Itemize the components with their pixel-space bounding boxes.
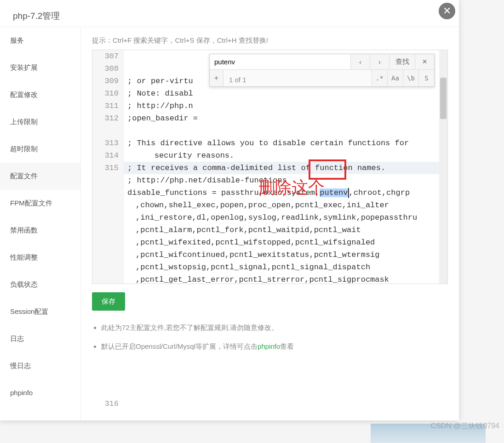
code-line[interactable] <box>127 125 439 137</box>
find-selection-toggle[interactable]: S <box>418 70 434 86</box>
code-line[interactable]: ,pcntl_get_last_error,pcntl_strerror,pcn… <box>127 273 439 284</box>
editor-hint: 提示：Ctrl+F 搜索关键字，Ctrl+S 保存，Ctrl+H 查找替换! <box>92 36 448 45</box>
notes-list: 此处为72主配置文件,若您不了解配置规则,请勿随意修改。 默认已开启Openss… <box>92 323 448 360</box>
sidebar: 服务安装扩展配置修改上传限制超时限制配置文件FPM配置文件禁用函数性能调整负载状… <box>0 27 81 420</box>
sidebar-item-7[interactable]: 禁用函数 <box>0 217 80 244</box>
code-line[interactable]: ,pcntl_wifexited,pcntl_wifstopped,pcntl_… <box>127 236 439 249</box>
note-text: 查看 <box>280 342 294 350</box>
modal-body: 服务安装扩展配置修改上传限制超时限制配置文件FPM配置文件禁用函数性能调整负载状… <box>0 27 459 420</box>
find-case-toggle[interactable]: Aa <box>387 70 403 86</box>
note-text: 默认已开启Openssl/Curl/Mysql等扩展，详情可点击 <box>101 342 258 350</box>
code-line[interactable]: ,pcntl_wstopsig,pcntl_signal,pcntl_signa… <box>127 261 439 273</box>
find-panel: ‹ › 查找 × + 1 of 1 .* Aa \b S <box>209 54 435 87</box>
sidebar-item-2[interactable]: 配置修改 <box>0 81 80 108</box>
find-word-toggle[interactable]: \b <box>403 70 418 86</box>
sidebar-item-8[interactable]: 性能调整 <box>0 244 80 271</box>
sidebar-item-3[interactable]: 上传限制 <box>0 108 80 136</box>
modal-title: php-7.2管理 <box>0 0 459 27</box>
code-line[interactable]: ; Note: disabl <box>127 87 439 100</box>
code-line[interactable]: ,pcntl_wifcontinued,pcntl_wexitstatus,pc… <box>127 249 439 261</box>
phpinfo-link[interactable]: phpinfo <box>258 342 280 350</box>
find-expand-button[interactable]: + <box>210 70 223 86</box>
code-line[interactable]: ; It receives a comma-delimited list of … <box>127 162 439 174</box>
find-regex-toggle[interactable]: .* <box>372 70 387 86</box>
content-pane: 提示：Ctrl+F 搜索关键字，Ctrl+S 保存，Ctrl+H 查找替换! 3… <box>81 27 459 420</box>
find-next-button[interactable]: › <box>370 54 389 69</box>
find-row-main: ‹ › 查找 × <box>210 54 434 70</box>
sidebar-item-5[interactable]: 配置文件 <box>0 163 80 190</box>
sidebar-item-12[interactable]: 慢日志 <box>0 352 80 380</box>
find-prev-button[interactable]: ‹ <box>350 54 370 69</box>
code-line[interactable]: security reasons. <box>127 149 439 162</box>
code-line[interactable]: ; This directive allows you to disable c… <box>127 137 439 149</box>
find-count: 1 of 1 <box>223 70 372 86</box>
code-line[interactable]: ; http://php.n <box>127 100 439 112</box>
code-line[interactable]: ,ini_restore,dl,openlog,syslog,readlink,… <box>127 211 439 224</box>
code-line[interactable]: ,pcntl_alarm,pcntl_fork,pcntl_waitpid,pc… <box>127 224 439 236</box>
sidebar-item-13[interactable]: phpinfo <box>0 380 80 406</box>
find-input[interactable] <box>210 54 350 69</box>
code-editor[interactable]: 307308309310311312313314315316 ; or per-… <box>92 50 448 284</box>
php-settings-modal: php-7.2管理 服务安装扩展配置修改上传限制超时限制配置文件FPM配置文件禁… <box>0 0 459 420</box>
scrollbar[interactable] <box>439 50 447 284</box>
sidebar-item-6[interactable]: FPM配置文件 <box>0 190 80 217</box>
find-button[interactable]: 查找 <box>389 54 415 69</box>
sidebar-item-11[interactable]: 日志 <box>0 325 80 352</box>
sidebar-item-4[interactable]: 超时限制 <box>0 136 80 163</box>
code-line[interactable]: ;open_basedir = <box>127 112 439 125</box>
sidebar-item-0[interactable]: 服务 <box>0 27 80 54</box>
sidebar-item-10[interactable]: Session配置 <box>0 298 80 325</box>
sidebar-item-1[interactable]: 安装扩展 <box>0 54 80 81</box>
code-line[interactable]: ; http://php.net/disable-functions <box>127 174 439 187</box>
note-item: 默认已开启Openssl/Curl/Mysql等扩展，详情可点击phpinfo查… <box>101 341 448 352</box>
code-line[interactable]: ,chown,shell_exec,popen,proc_open,pcntl_… <box>127 199 439 211</box>
watermark: CSDN @三块钱0794 <box>430 421 499 431</box>
scrollbar-thumb[interactable] <box>440 78 447 119</box>
line-number-gutter: 307308309310311312313314315316 <box>92 50 124 284</box>
sidebar-item-9[interactable]: 负载状态 <box>0 271 80 298</box>
code-line[interactable]: disable_functions = passthru,exec,system… <box>127 187 439 199</box>
find-row-options: + 1 of 1 .* Aa \b S <box>210 70 434 86</box>
close-icon[interactable]: ✕ <box>439 3 455 19</box>
find-close-button[interactable]: × <box>415 54 434 69</box>
note-item: 此处为72主配置文件,若您不了解配置规则,请勿随意修改。 <box>101 323 448 333</box>
